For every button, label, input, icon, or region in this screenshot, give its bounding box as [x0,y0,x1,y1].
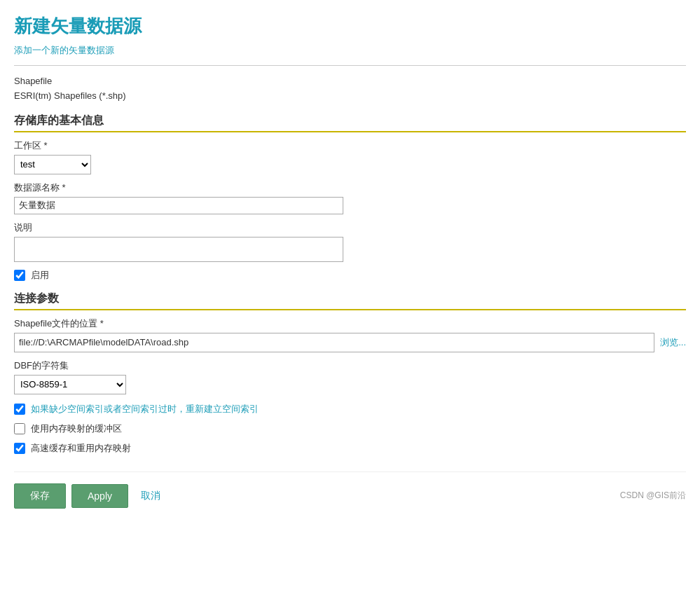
footer-credit: CSDN @GIS前沿 [620,490,686,502]
spatial-index-label: 如果缺少空间索引或者空间索引过时，重新建立空间索引 [31,403,259,415]
description-input[interactable] [14,237,343,262]
workspace-label: 工作区 * [14,139,686,152]
section-basic-header: 存储库的基本信息 [14,113,686,132]
datasource-name-label: 数据源名称 * [14,181,686,194]
memory-mapped-checkbox[interactable] [14,423,25,434]
shapefile-path-label: Shapefile文件的位置 * [14,317,686,330]
description-label: 说明 [14,221,686,234]
file-type-description: ESRI(tm) Shapefiles (*.shp) [14,89,686,104]
enable-row: 启用 [14,269,686,282]
spatial-index-row: 如果缺少空间索引或者空间索引过时，重新建立空间索引 [14,403,686,415]
dbf-charset-select[interactable]: ISO-8859-1 UTF-8 GBK GB2312 [14,375,126,394]
cache-memory-row: 高速缓存和重用内存映射 [14,442,686,455]
shapefile-path-row: 浏览... [14,333,686,352]
apply-button[interactable]: Apply [71,484,128,508]
enable-label: 启用 [31,269,49,282]
page-subtitle: 添加一个新的矢量数据源 [14,44,686,57]
cache-memory-label: 高速缓存和重用内存映射 [31,442,131,455]
enable-checkbox[interactable] [14,270,25,281]
memory-mapped-label: 使用内存映射的缓冲区 [31,422,122,435]
shapefile-path-input[interactable] [14,333,654,352]
datasource-name-input[interactable] [14,197,343,214]
spatial-index-checkbox[interactable] [14,404,25,415]
browse-link[interactable]: 浏览... [660,336,686,349]
file-type-section: Shapefile ESRI(tm) Shapefiles (*.shp) [14,74,686,104]
memory-mapped-row: 使用内存映射的缓冲区 [14,422,686,435]
page-title: 新建矢量数据源 [14,14,686,39]
cancel-button[interactable]: 取消 [134,484,167,508]
dbf-charset-label: DBF的字符集 [14,359,686,372]
file-type-name: Shapefile [14,74,686,89]
save-button[interactable]: 保存 [14,483,66,509]
section-connection-header: 连接参数 [14,291,686,310]
buttons-row: 保存 Apply 取消 CSDN @GIS前沿 [14,471,686,509]
title-divider [14,65,686,66]
cache-memory-checkbox[interactable] [14,443,25,454]
workspace-select[interactable]: test workspace1 workspace2 [14,155,91,174]
